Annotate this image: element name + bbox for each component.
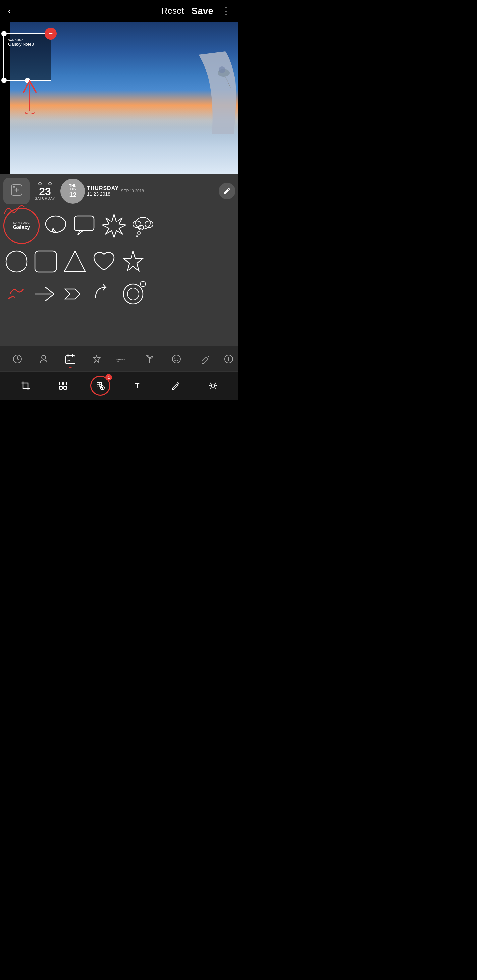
svg-point-55 xyxy=(211,384,215,387)
filter-tool-button[interactable] xyxy=(53,376,73,396)
thu-day: THU xyxy=(69,184,77,188)
ring-left xyxy=(38,182,42,185)
text-tool-button[interactable]: T xyxy=(128,376,148,396)
thursday-nums: 11 23 2018 xyxy=(87,191,110,197)
samsung-galaxy-circle-sticker[interactable]: SAMSUNG Galaxy xyxy=(3,208,40,244)
category-tab-calendar[interactable]: 23 xyxy=(57,349,83,369)
category-tab-nature[interactable] xyxy=(136,349,163,369)
svg-line-63 xyxy=(211,388,211,389)
category-tab-character[interactable] xyxy=(30,349,57,369)
svg-rect-46 xyxy=(59,387,62,389)
svg-text:UP: UP xyxy=(116,360,119,363)
adjust-tool-button[interactable] xyxy=(203,376,223,396)
category-tab-emoji[interactable] xyxy=(163,349,190,369)
svg-text:T: T xyxy=(135,382,140,390)
svg-text:23: 23 xyxy=(67,360,70,363)
delete-sticker-button[interactable]: − xyxy=(45,28,57,40)
add-icon xyxy=(11,184,22,198)
svg-point-39 xyxy=(177,358,179,359)
square-sticker[interactable] xyxy=(32,247,59,277)
arrow-right-sticker[interactable] xyxy=(32,279,59,309)
svg-line-60 xyxy=(211,383,211,384)
svg-point-14 xyxy=(139,226,144,230)
add-category-button[interactable] xyxy=(219,349,238,369)
svg-point-23 xyxy=(127,288,139,300)
samsung-note8-sticker: SAMSUNG Galaxy Note8 xyxy=(8,39,34,47)
svg-marker-10 xyxy=(102,214,126,237)
svg-marker-34 xyxy=(93,355,100,362)
bottom-main-toolbar: 1 T xyxy=(0,371,238,399)
circle-sticker[interactable] xyxy=(3,247,30,277)
sticker-selection-box[interactable]: − SAMSUNG Galaxy Note8 xyxy=(3,33,51,81)
category-tab-draw[interactable] xyxy=(192,349,219,369)
thought-cloud-sticker[interactable] xyxy=(130,211,156,241)
calendar-flip-sticker[interactable]: 23 SATURDAY xyxy=(32,178,58,204)
sep-date-sticker[interactable]: SEP 19 2018 xyxy=(121,189,144,193)
svg-marker-9 xyxy=(78,231,83,235)
ring-right xyxy=(48,182,52,185)
speech-rect-sticker[interactable] xyxy=(72,211,98,241)
crop-tool-button[interactable] xyxy=(16,376,35,396)
svg-point-15 xyxy=(138,232,140,234)
svg-point-28 xyxy=(42,355,46,359)
record-circle-sticker[interactable] xyxy=(120,279,147,309)
calendar-date: 23 xyxy=(39,186,51,197)
svg-point-6 xyxy=(46,216,65,232)
svg-marker-7 xyxy=(52,228,56,232)
calendar-rings xyxy=(38,182,52,185)
galaxy-model-label: Galaxy xyxy=(13,224,30,231)
svg-line-61 xyxy=(215,388,216,389)
svg-point-38 xyxy=(174,358,175,359)
speech-circle-sticker[interactable] xyxy=(42,211,69,241)
svg-rect-44 xyxy=(59,382,62,385)
calendar-day: SATURDAY xyxy=(35,197,55,200)
category-tab-whatsup[interactable]: WHATS UP xyxy=(110,349,136,369)
svg-line-62 xyxy=(215,383,216,384)
svg-point-17 xyxy=(6,251,27,272)
arrow-chevron-sticker[interactable] xyxy=(62,279,88,309)
triangle-sticker[interactable] xyxy=(62,247,88,277)
svg-point-5 xyxy=(13,186,15,188)
category-tab-decoration[interactable] xyxy=(83,349,110,369)
svg-rect-47 xyxy=(64,387,67,389)
sticker-active-indicator: 1 xyxy=(91,376,110,396)
thu-july-sticker[interactable]: THU JULY 12 xyxy=(60,179,85,204)
more-menu-button[interactable]: ⋮ xyxy=(221,5,231,16)
resize-handle-tl[interactable] xyxy=(1,31,6,37)
arrow-drawing xyxy=(18,75,41,114)
resize-handle-bl[interactable] xyxy=(1,78,6,83)
samsung-brand-label: SAMSUNG xyxy=(13,221,30,224)
heart-sticker[interactable] xyxy=(91,247,117,277)
edit-pencil-button[interactable] xyxy=(219,183,235,199)
svg-rect-45 xyxy=(64,382,67,385)
svg-point-22 xyxy=(123,284,143,304)
sticker-panel: 23 SATURDAY THU JULY 12 THURSDAY 11 23 2… xyxy=(0,174,238,346)
svg-point-37 xyxy=(172,355,180,363)
thursday-date-sticker[interactable]: THURSDAY 11 23 2018 xyxy=(87,185,119,197)
top-toolbar: ‹ Reset Save ⋮ xyxy=(0,0,238,22)
back-button[interactable]: ‹ xyxy=(8,6,11,16)
svg-point-11 xyxy=(136,217,150,229)
svg-line-27 xyxy=(17,359,19,360)
airplane-wing xyxy=(172,41,238,134)
sticker-tool-button[interactable]: 1 xyxy=(91,376,110,396)
photo-area: − SAMSUNG Galaxy Note8 xyxy=(0,22,238,174)
toolbar-right: Reset Save ⋮ xyxy=(161,5,231,16)
svg-point-16 xyxy=(136,235,138,237)
star-sticker[interactable] xyxy=(120,247,147,277)
svg-point-1 xyxy=(219,66,225,73)
add-sticker-button[interactable] xyxy=(3,178,30,204)
svg-rect-8 xyxy=(74,216,94,231)
category-tab-recent[interactable] xyxy=(4,349,30,369)
curl-sticker[interactable] xyxy=(3,279,30,309)
save-button[interactable]: Save xyxy=(192,6,213,16)
draw-tool-button[interactable] xyxy=(166,376,185,396)
burst-sticker[interactable] xyxy=(101,211,127,241)
reset-button[interactable]: Reset xyxy=(161,6,184,16)
curved-arrow-sticker[interactable] xyxy=(91,279,117,309)
sticker-featured-row: 23 SATURDAY THU JULY 12 THURSDAY 11 23 2… xyxy=(0,178,238,204)
thu-num: 12 xyxy=(69,191,76,199)
thu-month: JULY xyxy=(69,188,76,191)
svg-marker-21 xyxy=(65,289,80,299)
svg-line-40 xyxy=(208,356,209,357)
